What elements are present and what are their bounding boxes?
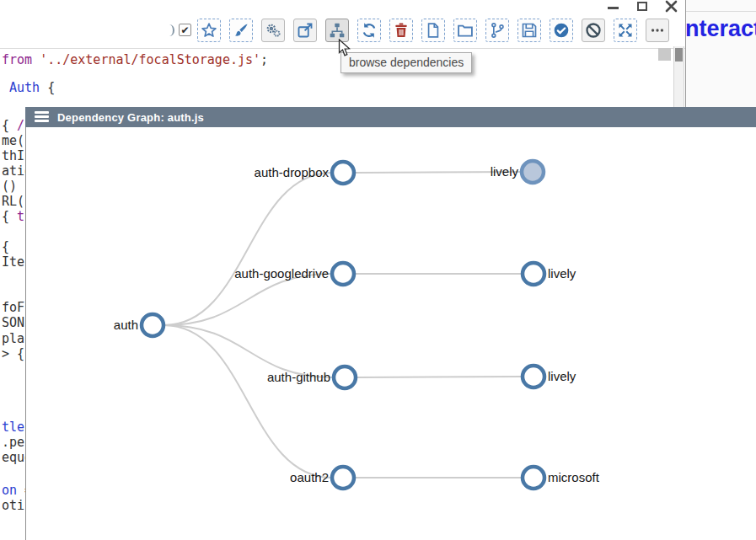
graph-node-lively-googledrive[interactable] (523, 263, 544, 285)
star-button[interactable] (197, 19, 221, 42)
maximize-icon[interactable] (637, 2, 647, 11)
graph-node-lively-dropbox[interactable] (522, 161, 544, 183)
dependency-graph-canvas[interactable]: authauth-dropboxlivelyauth-googledriveli… (25, 127, 756, 540)
dependency-graph-panel: Dependency Graph: auth.js authauth-dropb… (25, 107, 756, 540)
graph-node-auth-github[interactable] (334, 366, 356, 388)
code-line: Auth { (2, 80, 55, 95)
refresh-icon (361, 22, 378, 39)
ellipsis-icon (649, 22, 666, 39)
graph-node-auth-googledrive[interactable] (332, 263, 354, 285)
graph-node-lively-github[interactable] (523, 366, 544, 388)
background-heading-fragment: nteracti (685, 16, 756, 42)
panel-title: Dependency Graph: auth.js (57, 111, 204, 124)
ban-icon (585, 22, 602, 39)
screen: from '../external/focalStorage.js'; Auth… (0, 0, 756, 540)
new-file-icon (425, 22, 442, 39)
close-icon[interactable] (665, 0, 678, 13)
folder-icon (457, 22, 474, 39)
brush-icon (233, 22, 249, 39)
trash-button[interactable] (389, 19, 413, 42)
dependency-graph-svg: authauth-dropboxlivelyauth-googledriveli… (26, 127, 756, 540)
graph-node-label-lively-github: lively (548, 369, 576, 383)
graph-node-auth[interactable] (142, 314, 164, 336)
scrollbar-corner (658, 48, 671, 61)
graph-node-microsoft[interactable] (523, 467, 544, 489)
graph-edge-auth-auth-googledrive (164, 274, 332, 325)
graph-node-label-auth-googledrive: auth-googledrive (234, 266, 329, 281)
external-link-button[interactable] (293, 19, 317, 42)
graph-node-label-oauth2: oauth2 (290, 470, 329, 484)
folder-button[interactable] (453, 19, 477, 42)
code-line: { (2, 239, 9, 254)
code-line: > { (2, 346, 24, 361)
ban-button[interactable] (582, 19, 605, 42)
check-circle-icon (553, 22, 570, 39)
background-pane-border (686, 11, 756, 12)
graph-node-label-lively-googledrive: lively (548, 266, 576, 281)
graph-node-label-lively-dropbox: lively (491, 164, 519, 179)
expand-icon (617, 22, 634, 39)
new-file-button[interactable] (421, 19, 445, 42)
check-circle-button[interactable] (550, 19, 573, 42)
menu-icon[interactable] (35, 111, 49, 123)
graph-node-oauth2[interactable] (332, 467, 354, 489)
ellipsis-button[interactable] (646, 19, 669, 42)
mouse-cursor (338, 39, 351, 57)
gears-icon (265, 22, 281, 39)
dependency-graph-panel-header[interactable]: Dependency Graph: auth.js (25, 107, 756, 127)
minimize-icon[interactable] (608, 7, 619, 9)
tooltip: browse dependencies (340, 52, 472, 73)
clipped-button-edge (164, 24, 174, 36)
tooltip-text: browse dependencies (349, 56, 464, 69)
star-icon (201, 22, 217, 39)
scrollbar-thumb[interactable] (675, 48, 683, 61)
gears-button[interactable] (261, 19, 285, 42)
toolbar-checkbox[interactable]: ✔ (179, 24, 191, 36)
trash-icon (393, 22, 410, 39)
save-icon (521, 22, 538, 39)
graph-edge-auth-github-lively-github (356, 377, 523, 377)
vertical-scrollbar[interactable] (673, 46, 684, 107)
brush-button[interactable] (229, 19, 253, 42)
graph-node-label-auth: auth (114, 318, 138, 332)
save-button[interactable] (517, 19, 541, 42)
graph-edge-auth-auth-dropbox (164, 173, 332, 325)
graph-node-auth-dropbox[interactable] (332, 162, 354, 184)
code-line: from '../external/focalStorage.js'; (2, 52, 268, 67)
checkmark-icon: ✔ (180, 25, 189, 35)
expand-button[interactable] (614, 19, 637, 42)
branch-icon (489, 22, 506, 39)
graph-edge-auth-oauth2 (164, 325, 332, 478)
graph-node-label-microsoft: microsoft (548, 470, 600, 484)
graph-node-label-auth-dropbox: auth-dropbox (255, 165, 330, 179)
refresh-button[interactable] (357, 19, 381, 42)
graph-node-label-auth-github: auth-github (267, 370, 330, 384)
dependencies-icon (329, 22, 346, 39)
branch-button[interactable] (485, 19, 509, 42)
external-link-icon (297, 22, 314, 39)
